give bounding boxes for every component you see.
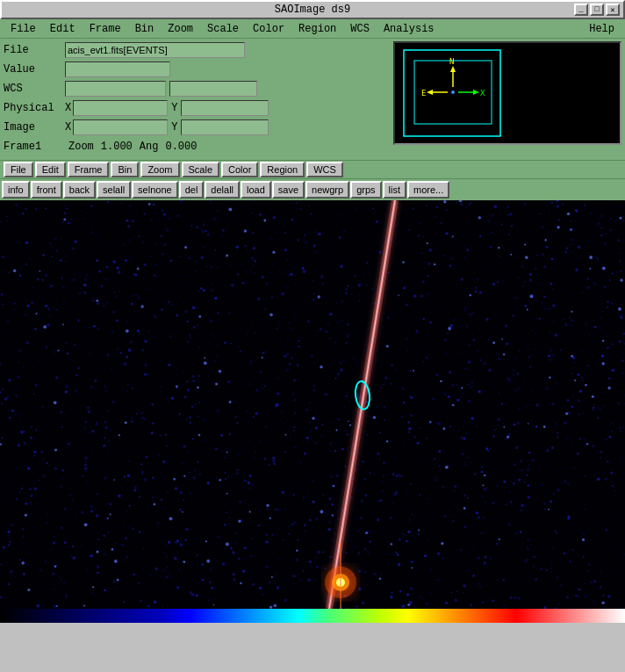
zoom-label: Zoom: [68, 141, 94, 153]
menu-color[interactable]: Color: [246, 21, 291, 37]
file-row: File: [4, 41, 390, 59]
ang-label: Ang: [140, 141, 159, 153]
rtb-del[interactable]: del: [179, 181, 205, 199]
svg-marker-8: [473, 90, 479, 95]
menu-zoom[interactable]: Zoom: [161, 21, 200, 37]
rtb-delall[interactable]: delall: [205, 181, 240, 199]
close-button[interactable]: ✕: [606, 4, 620, 16]
menu-region[interactable]: Region: [291, 21, 343, 37]
image-area[interactable]: [0, 200, 625, 609]
menu-edit[interactable]: Edit: [43, 21, 83, 37]
tb2-scale[interactable]: Scale: [182, 162, 220, 177]
physical-y-input[interactable]: [181, 100, 269, 116]
svg-text:E: E: [421, 89, 426, 98]
value-label: Value: [4, 63, 65, 76]
menu-scale[interactable]: Scale: [200, 21, 246, 37]
ang-value: 0.000: [165, 141, 197, 153]
value-row: Value: [4, 61, 390, 78]
rtb-front[interactable]: front: [31, 181, 62, 199]
region-toolbar: info front back selall selnone del delal…: [0, 179, 625, 200]
image-row: Image X Y: [4, 119, 390, 136]
colorbar: [0, 609, 625, 623]
minimize-button[interactable]: _: [574, 4, 588, 16]
tb2-file[interactable]: File: [4, 162, 33, 177]
physical-label: Physical: [4, 102, 65, 114]
rtb-list[interactable]: list: [383, 181, 406, 199]
menu-analysis[interactable]: Analysis: [377, 21, 442, 37]
svg-text:X: X: [480, 89, 485, 98]
tb2-frame[interactable]: Frame: [68, 162, 110, 177]
wcs-input1[interactable]: [65, 81, 166, 97]
toolbar2: File Edit Frame Bin Zoom Scale Color Reg…: [0, 160, 625, 179]
file-value[interactable]: [65, 42, 245, 58]
image-y-input[interactable]: [181, 119, 269, 135]
tb2-zoom[interactable]: Zoom: [140, 162, 179, 177]
info-left: File Value WCS Physical X Y: [4, 41, 390, 157]
image-label: Image: [4, 121, 65, 134]
rtb-selall[interactable]: selall: [97, 181, 131, 199]
physical-x-input[interactable]: [73, 100, 168, 116]
wcs-input2[interactable]: [169, 81, 257, 97]
maximize-button[interactable]: □: [590, 4, 604, 16]
menu-wcs[interactable]: WCS: [343, 21, 377, 37]
rtb-info[interactable]: info: [2, 181, 30, 199]
menu-file[interactable]: File: [4, 21, 43, 37]
compass-preview: N E X: [393, 41, 621, 145]
menu-bar: File Edit Frame Bin Zoom Scale Color Reg…: [0, 19, 625, 39]
svg-marker-6: [427, 90, 433, 95]
value-input[interactable]: [65, 61, 170, 77]
tb2-edit[interactable]: Edit: [35, 162, 66, 177]
image-x-input[interactable]: [73, 119, 168, 135]
file-label: File: [4, 44, 65, 56]
tb2-bin[interactable]: Bin: [111, 162, 139, 177]
image-x-label: X: [65, 121, 71, 134]
tb2-color[interactable]: Color: [221, 162, 258, 177]
zoom-value: 1.000: [101, 141, 133, 153]
physical-row: Physical X Y: [4, 99, 390, 117]
tb2-region[interactable]: Region: [260, 162, 305, 177]
image-y-label: Y: [171, 121, 177, 134]
wcs-label: WCS: [4, 83, 65, 95]
rtb-grps[interactable]: grps: [350, 181, 381, 199]
svg-point-2: [451, 90, 455, 94]
rtb-selnone[interactable]: selnone: [132, 181, 178, 199]
rtb-save[interactable]: save: [272, 181, 305, 199]
title-bar-buttons: _ □ ✕: [574, 4, 620, 16]
svg-text:N: N: [449, 57, 454, 66]
frame1-label: Frame1: [4, 141, 65, 153]
tb2-wcs[interactable]: WCS: [306, 162, 343, 177]
title-text: SAOImage ds9: [275, 4, 350, 16]
menu-bin[interactable]: Bin: [128, 21, 162, 37]
frame-row: Frame1 Zoom 1.000 Ang 0.000: [4, 138, 390, 155]
rtb-more[interactable]: more...: [407, 181, 449, 199]
star-field-canvas: [0, 200, 625, 609]
info-panel: File Value WCS Physical X Y: [0, 39, 625, 160]
menu-help[interactable]: Help: [582, 21, 621, 37]
wcs-row: WCS: [4, 80, 390, 98]
rtb-newgrp[interactable]: newgrp: [305, 181, 349, 199]
rtb-load[interactable]: load: [241, 181, 271, 199]
rtb-back[interactable]: back: [63, 181, 96, 199]
title-bar: SAOImage ds9 _ □ ✕: [0, 0, 625, 19]
physical-x-label: X: [65, 102, 71, 114]
physical-y-label: Y: [171, 102, 177, 114]
svg-marker-4: [450, 66, 456, 72]
menu-frame[interactable]: Frame: [83, 21, 128, 37]
compass-svg: N E X: [395, 43, 623, 147]
